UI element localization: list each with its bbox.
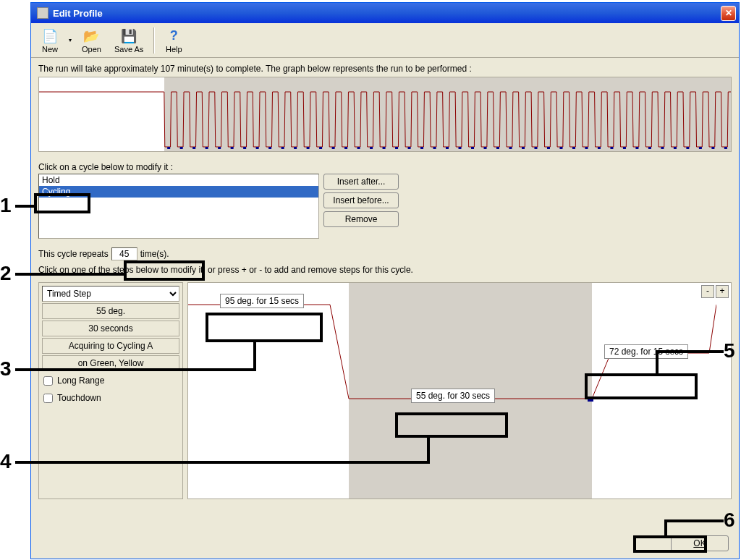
open-button[interactable]: 📂 Open	[76, 26, 107, 55]
svg-rect-25	[484, 147, 487, 149]
saveas-button[interactable]: 💾 Save As	[109, 26, 149, 55]
touchdown-label: Touchdown	[57, 393, 101, 403]
svg-rect-35	[610, 147, 613, 149]
svg-rect-23	[459, 147, 462, 149]
svg-rect-34	[598, 147, 601, 149]
help-button[interactable]: ? Help	[159, 26, 188, 55]
step-temp-button[interactable]: 55 deg.	[42, 303, 179, 319]
svg-rect-5	[231, 147, 234, 149]
svg-rect-22	[446, 147, 449, 149]
new-label: New	[42, 45, 58, 54]
svg-rect-33	[585, 147, 588, 149]
insert-after-button[interactable]: Insert after...	[323, 174, 399, 190]
repeat-prefix: This cycle repeats	[38, 249, 109, 259]
callout-number-1: 1	[0, 194, 12, 217]
svg-rect-37	[635, 147, 638, 149]
svg-rect-3	[206, 147, 208, 149]
touchdown-row[interactable]: Touchdown	[42, 390, 179, 406]
insert-before-button[interactable]: Insert before...	[323, 192, 399, 208]
svg-rect-36	[623, 147, 626, 149]
svg-rect-2	[192, 147, 195, 149]
svg-rect-28	[522, 147, 525, 149]
remove-button[interactable]: Remove	[323, 211, 399, 227]
svg-rect-45	[588, 399, 593, 402]
callout-line-6a	[664, 519, 724, 522]
longrange-label: Long Range	[57, 376, 104, 386]
step-graph[interactable]: 95 deg. for 15 secs 55 deg. for 30 secs …	[187, 282, 732, 499]
svg-rect-15	[357, 147, 360, 149]
overview-graph-svg	[39, 77, 732, 152]
svg-rect-18	[395, 147, 398, 149]
svg-rect-19	[408, 147, 411, 149]
longrange-checkbox[interactable]	[43, 376, 53, 386]
repeat-count-input[interactable]	[111, 247, 137, 260]
new-icon: 📄	[41, 27, 59, 45]
svg-rect-7	[256, 147, 259, 149]
svg-rect-0	[167, 147, 170, 149]
app-icon	[37, 7, 48, 19]
toolbar: 📄 New ▾ 📂 Open 💾 Save As ? Help	[31, 23, 739, 58]
step-acq-button[interactable]: Acquiring to Cycling A	[42, 338, 179, 354]
new-button[interactable]: 📄 New	[35, 26, 64, 55]
svg-rect-41	[686, 147, 689, 149]
callout-number-6: 6	[724, 509, 735, 532]
callout-line-6b	[664, 519, 667, 535]
svg-rect-44	[724, 147, 727, 149]
callout-line-5a	[656, 350, 724, 353]
callout-number-4: 4	[0, 450, 12, 473]
svg-rect-4	[218, 147, 221, 149]
callout-number-5: 5	[724, 339, 735, 362]
svg-rect-11	[307, 147, 310, 149]
step-properties-panel: Timed Step 55 deg. 30 seconds Acquiring …	[38, 282, 183, 499]
svg-rect-14	[344, 147, 347, 149]
svg-rect-32	[572, 147, 575, 149]
svg-rect-1	[180, 147, 183, 149]
svg-rect-17	[383, 147, 386, 149]
ok-button[interactable]: OK	[671, 535, 729, 551]
svg-rect-26	[496, 147, 499, 149]
callout-number-2: 2	[0, 262, 12, 285]
callout-line-1	[15, 205, 34, 208]
content-area: The run will take approximately 107 minu…	[31, 58, 739, 505]
touchdown-checkbox[interactable]	[43, 394, 53, 403]
callout-line-3a	[15, 368, 253, 371]
svg-rect-12	[319, 147, 322, 149]
longrange-row[interactable]: Long Range	[42, 373, 179, 389]
cycle-list-label: Click on a cycle below to modify it :	[38, 162, 732, 172]
help-label: Help	[166, 45, 182, 54]
svg-rect-10	[294, 147, 297, 149]
overview-graph	[38, 77, 732, 152]
remove-step-button[interactable]: -	[701, 285, 714, 298]
svg-rect-27	[509, 147, 512, 149]
saveas-label: Save As	[114, 45, 143, 54]
new-dropdown-icon[interactable]: ▾	[66, 37, 75, 43]
callout-number-3: 3	[0, 357, 12, 381]
callout-line-4b	[427, 438, 430, 464]
svg-rect-21	[433, 147, 436, 149]
steps-instruction: Click on one of the steps below to modif…	[38, 265, 732, 275]
step-duration-button[interactable]: 30 seconds	[42, 321, 179, 336]
annot-55deg[interactable]: 55 deg. for 30 secs	[411, 389, 495, 403]
annot-95deg[interactable]: 95 deg. for 15 secs	[220, 294, 304, 308]
cycle-listbox[interactable]: Hold Cycling	[38, 174, 319, 239]
help-icon: ?	[165, 27, 182, 45]
close-icon[interactable]: ✕	[721, 6, 736, 21]
svg-rect-13	[332, 147, 335, 149]
svg-rect-42	[699, 147, 702, 149]
svg-rect-39	[661, 147, 664, 149]
repeat-suffix: time(s).	[140, 249, 169, 259]
callout-line-3b	[253, 342, 256, 371]
svg-rect-31	[559, 147, 562, 149]
open-label: Open	[82, 45, 101, 54]
titlebar: Edit Profile ✕	[31, 3, 739, 23]
add-step-button[interactable]: +	[716, 285, 729, 298]
cycle-item-cycling[interactable]: Cycling	[39, 186, 318, 198]
svg-rect-6	[243, 147, 246, 149]
toolbar-separator	[153, 27, 155, 54]
run-info-text: The run will take approximately 107 minu…	[38, 64, 732, 74]
svg-rect-24	[471, 147, 474, 149]
cycle-item-hold[interactable]: Hold	[39, 174, 318, 186]
step-type-select[interactable]: Timed Step	[42, 286, 179, 302]
svg-rect-43	[711, 147, 714, 149]
svg-rect-9	[281, 147, 284, 149]
